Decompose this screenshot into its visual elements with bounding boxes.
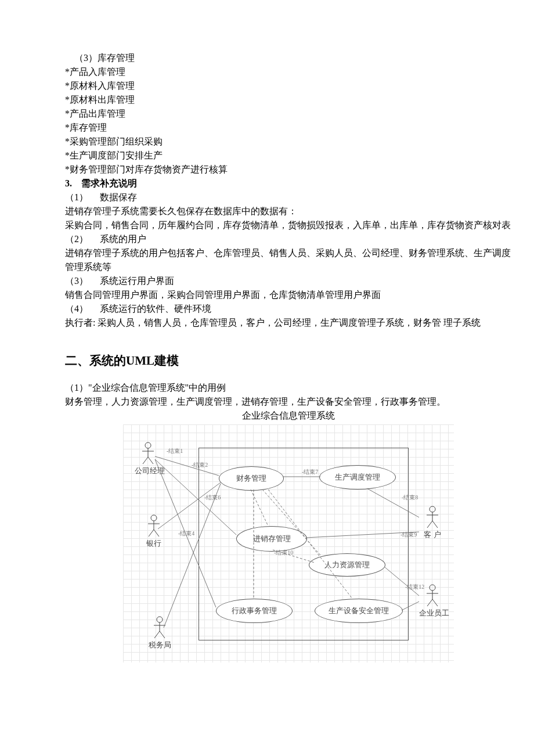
usecase-hr: 人力资源管理: [309, 553, 385, 577]
actor-icon: [424, 506, 441, 529]
sec3-item-3: *产品出库管理: [65, 107, 512, 121]
usecase-schedule: 生产调度管理: [319, 465, 396, 489]
assoc-8: -结束8: [402, 493, 418, 502]
assoc-2: -结束2: [192, 460, 208, 469]
svg-line-23: [427, 599, 432, 606]
actor-bank: 银行: [140, 514, 167, 549]
uml-line1: （1）"企业综合信息管理系统"中的用例: [65, 381, 512, 395]
assoc-9: -结束9: [400, 530, 417, 539]
req-p1-title: （1） 数据保存: [65, 190, 512, 204]
svg-line-24: [432, 599, 438, 606]
svg-line-8: [149, 530, 154, 537]
assoc-4: -结束4: [178, 529, 194, 538]
uml-caption: 企业综合信息管理系统: [65, 409, 512, 423]
assoc-7: -结束7: [302, 467, 318, 476]
actor-customer-label: 客 户: [419, 529, 446, 541]
svg-line-19: [432, 521, 438, 528]
sec3-item-7: *财务管理部门对库存货物资产进行核算: [65, 163, 512, 177]
actor-tax: 税务局: [146, 616, 173, 651]
svg-point-15: [430, 506, 435, 512]
sec3-title: （3）库存管理: [65, 51, 512, 65]
svg-line-3: [143, 457, 148, 464]
req-p4-title: （4） 系统运行的软件、硬件环境: [65, 302, 512, 316]
req-p2-body: 进销存管理子系统的用户包括客户、仓库管理员、销售人员、采购人员、公司经理、财务管…: [65, 246, 512, 274]
sec3-item-4: *库存管理: [65, 121, 512, 135]
usecase-finance: 财务管理: [219, 466, 284, 491]
actor-employee-label: 企业员工: [419, 607, 446, 619]
sec3-item-6: *生产调度部门安排生产: [65, 149, 512, 163]
actor-tax-label: 税务局: [146, 639, 173, 651]
svg-point-10: [157, 617, 163, 622]
svg-line-4: [148, 457, 153, 464]
req-p3-title: （3） 系统运行用户界面: [65, 274, 512, 288]
actor-icon: [151, 616, 168, 639]
assoc-6: -结束6: [204, 493, 221, 502]
usecase-diagram: 财务管理 生产调度管理 进销存管理 人力资源管理 行政事务管理 生产设备安全管理…: [122, 424, 454, 663]
usecase-safety: 生产设备安全管理: [315, 599, 403, 623]
assoc-1: -结束1: [167, 447, 183, 455]
actor-manager: 公司经理: [135, 442, 161, 477]
actor-icon: [139, 442, 157, 465]
req-p1-body1: 进销存管理子系统需要长久包保存在数据库中的数据有：: [65, 204, 512, 218]
uml-line2: 财务管理，人力资源管理，生产调度管理，进销存管理，生产设备安全管理，行政事务管理…: [65, 395, 512, 409]
usecase-admin: 行政事务管理: [216, 599, 293, 623]
req-p1-body2: 采购合同，销售合同，历年履约合同，库存货物清单，货物损毁报表，入库单，出库单，库…: [65, 218, 512, 232]
diagram-container: 财务管理 生产调度管理 进销存管理 人力资源管理 行政事务管理 生产设备安全管理…: [65, 424, 512, 667]
uml-heading: 二、系统的UML建模: [65, 352, 512, 370]
svg-point-5: [151, 515, 157, 521]
document-page: （3）库存管理 *产品入库管理 *原材料入库管理 *原材料出库管理 *产品出库管…: [0, 0, 534, 756]
actor-bank-label: 银行: [140, 538, 167, 549]
sec3-item-0: *产品入库管理: [65, 65, 512, 79]
actor-customer: 客 户: [419, 506, 446, 541]
svg-line-13: [154, 631, 160, 638]
req-heading: 3. 需求补充说明: [65, 177, 512, 190]
sec3-item-1: *原材料入库管理: [65, 79, 512, 93]
usecase-inventory: 进销存管理: [236, 526, 307, 552]
svg-line-9: [154, 530, 159, 537]
sec3-item-5: *采购管理部门组织采购: [65, 135, 512, 149]
req-p2-title: （2） 系统的用户: [65, 232, 512, 246]
svg-line-18: [427, 521, 432, 528]
actor-icon: [424, 584, 441, 607]
actor-icon: [145, 514, 163, 538]
assoc-10: -结束10: [274, 548, 293, 557]
actor-manager-label: 公司经理: [135, 465, 161, 477]
req-p4-body: 执行者: 采购人员，销售人员，仓库管理员，客户，公司经理，生产调度管理子系统，财…: [65, 316, 512, 330]
svg-line-14: [160, 631, 165, 638]
req-p3-body: 销售合同管理用户界面，采购合同管理用户界面，仓库货物清单管理用户界面: [65, 288, 512, 302]
assoc-12: -结束12: [405, 582, 424, 591]
svg-point-0: [145, 442, 151, 448]
svg-point-20: [430, 585, 435, 591]
sec3-item-2: *原材料出库管理: [65, 93, 512, 107]
